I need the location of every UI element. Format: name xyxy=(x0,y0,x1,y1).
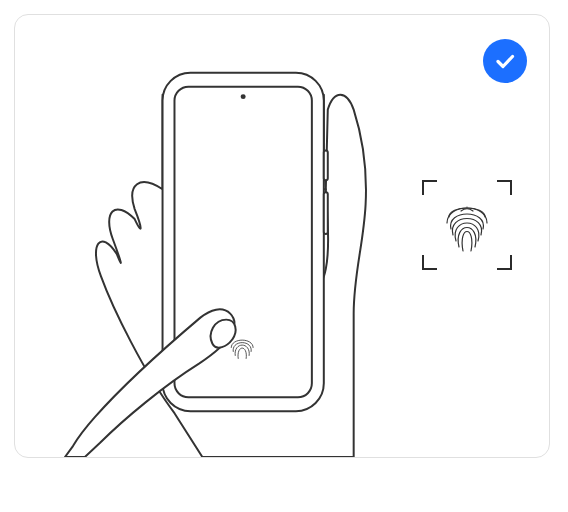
instruction-card xyxy=(14,14,550,458)
phone-side-button xyxy=(324,150,328,180)
phone-camera-dot xyxy=(241,94,246,99)
phone-side-button xyxy=(324,192,328,234)
diagram-stage xyxy=(0,0,568,512)
hand-holding-phone-illustration xyxy=(15,15,549,457)
